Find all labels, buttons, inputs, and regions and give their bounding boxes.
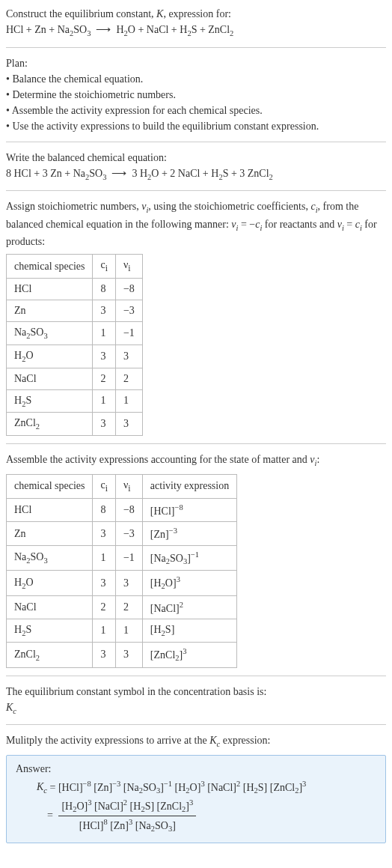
kc-symbol: Kc — [6, 699, 386, 717]
table-row: HCl8−8 — [7, 278, 143, 300]
table-row: Na2SO31−1 — [7, 321, 143, 345]
construct-equation: HCl + Zn + Na2SO3 ⟶ H2O + NaCl + H2S + Z… — [6, 22, 386, 40]
plan-item: • Balance the chemical equation. — [6, 71, 386, 87]
answer-title: Answer: — [16, 763, 376, 775]
kc-symbol-section: The equilibrium constant symbol in the c… — [6, 676, 386, 725]
activity-table: chemical species ci νi activity expressi… — [6, 474, 237, 668]
table-row: NaCl22 — [7, 368, 143, 389]
stoich-intro: Assign stoichiometric numbers, νi, using… — [6, 198, 386, 249]
balanced-section: Write the balanced chemical equation: 8 … — [6, 142, 386, 191]
col-species: chemical species — [7, 474, 93, 498]
table-row: NaCl22[NaCl]2 — [7, 595, 237, 619]
table-row: H2O33 — [7, 345, 143, 368]
plan-section: Plan: • Balance the chemical equation. •… — [6, 47, 386, 142]
answer-line2: = [H2O]3 [NaCl]2 [H2S] [ZnCl2]3 [HCl]8 [… — [37, 797, 376, 835]
table-row: Zn3−3 — [7, 300, 143, 321]
stoich-table: chemical species ci νi HCl8−8 Zn3−3 Na2S… — [6, 254, 143, 436]
col-species: chemical species — [7, 255, 93, 279]
table-row: H2S11 — [7, 389, 143, 413]
plan-item: • Assemble the activity expression for e… — [6, 103, 386, 118]
table-row: ZnCl233[ZnCl2]3 — [7, 643, 237, 667]
table-row: Na2SO31−1[Na2SO3]−1 — [7, 545, 237, 570]
table-header-row: chemical species ci νi activity expressi… — [7, 474, 237, 498]
answer-denominator: [HCl]8 [Zn]3 [Na2SO3] — [58, 816, 196, 835]
answer-numerator: [H2O]3 [NaCl]2 [H2S] [ZnCl2]3 — [58, 797, 196, 816]
multiply-section: Mulitply the activity expressions to arr… — [6, 724, 386, 851]
table-header-row: chemical species ci νi — [7, 255, 143, 279]
balanced-equation: 8 HCl + 3 Zn + Na2SO3 ⟶ 3 H2O + 2 NaCl +… — [6, 166, 386, 183]
answer-box: Answer: Kc = [HCl]−8 [Zn]−3 [Na2SO3]−1 [… — [6, 755, 386, 844]
activity-intro: Assemble the activity expressions accoun… — [6, 452, 386, 470]
construct-section: Construct the equilibrium constant, K, e… — [6, 6, 386, 47]
equals-sign: = — [47, 810, 53, 821]
table-row: H2S11[H2S] — [7, 619, 237, 643]
answer-fraction: [H2O]3 [NaCl]2 [H2S] [ZnCl2]3 [HCl]8 [Zn… — [58, 797, 196, 835]
answer-line1: Kc = [HCl]−8 [Zn]−3 [Na2SO3]−1 [H2O]3 [N… — [37, 778, 376, 797]
kc-symbol-text: The equilibrium constant symbol in the c… — [6, 684, 386, 699]
plan-item: • Use the activity expressions to build … — [6, 118, 386, 134]
stoich-section: Assign stoichiometric numbers, νi, using… — [6, 190, 386, 443]
table-row: H2O33[H2O]3 — [7, 571, 237, 595]
table-row: HCl8−8[HCl]−8 — [7, 498, 237, 522]
table-row: Zn3−3[Zn]−3 — [7, 522, 237, 546]
col-vi: νi — [115, 255, 142, 279]
plan-item: • Determine the stoichiometric numbers. — [6, 87, 386, 103]
col-ci: ci — [93, 255, 115, 279]
table-row: ZnCl233 — [7, 413, 143, 436]
plan-title: Plan: — [6, 55, 386, 71]
activity-section: Assemble the activity expressions accoun… — [6, 443, 386, 675]
col-ci: ci — [93, 474, 115, 498]
balanced-title: Write the balanced chemical equation: — [6, 150, 386, 166]
col-activity: activity expression — [142, 474, 236, 498]
col-vi: νi — [115, 474, 142, 498]
construct-title: Construct the equilibrium constant, K, e… — [6, 6, 386, 22]
multiply-intro: Mulitply the activity expressions to arr… — [6, 732, 386, 750]
